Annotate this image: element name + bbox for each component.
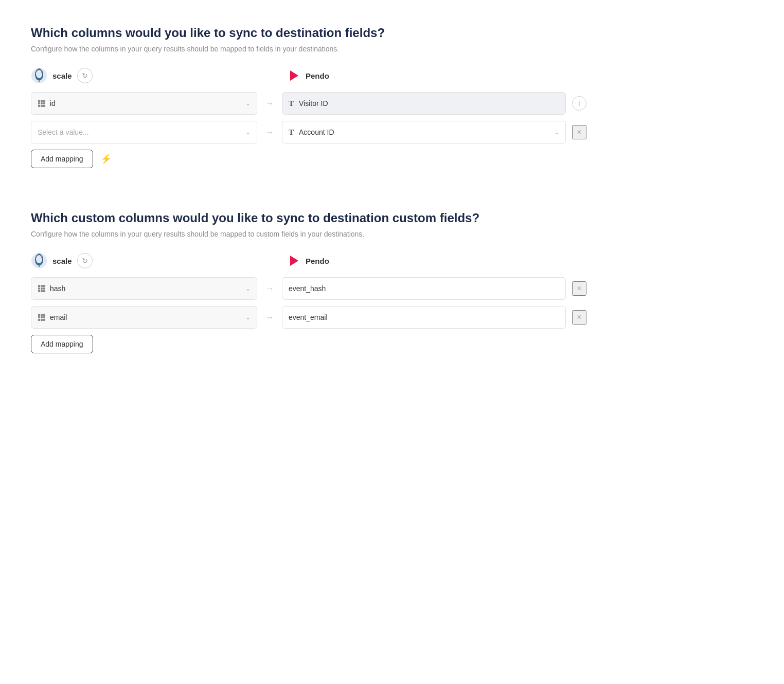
- svg-rect-20: [38, 287, 40, 290]
- section1-dest-label: Pendo: [306, 71, 329, 80]
- close-icon-email: ×: [577, 313, 581, 322]
- section2-refresh-button[interactable]: ↻: [77, 253, 93, 268]
- info-button-row1[interactable]: i: [572, 96, 586, 111]
- lightning-icon-section1: ⚡: [100, 153, 112, 165]
- refresh-icon: ↻: [82, 71, 88, 80]
- dest-visitor-id-text: Visitor ID: [299, 99, 559, 107]
- dest-chevron-account-id: ⌄: [554, 129, 559, 136]
- dest-select-account-id[interactable]: T Account ID ⌄: [282, 121, 566, 143]
- svg-rect-9: [43, 102, 45, 104]
- svg-rect-18: [41, 285, 43, 287]
- dest-event-email-text: event_email: [289, 313, 559, 321]
- svg-point-15: [41, 257, 43, 258]
- svg-rect-12: [43, 105, 45, 107]
- arrow-icon-email: →: [263, 312, 276, 323]
- section2-header: scale ↻ Pendo: [31, 253, 586, 269]
- section1-source-label: scale: [52, 71, 72, 80]
- mapping-row-email: email ⌄ → event_email ×: [31, 306, 586, 329]
- svg-rect-17: [38, 285, 40, 287]
- svg-rect-32: [38, 319, 40, 321]
- svg-rect-33: [41, 319, 43, 321]
- svg-rect-24: [41, 290, 43, 292]
- section-divider: [31, 189, 586, 189]
- svg-rect-19: [43, 285, 45, 287]
- dest-select-event-email[interactable]: event_email: [282, 306, 566, 329]
- section2-subtitle: Configure how the columns in your query …: [31, 230, 586, 238]
- svg-rect-5: [41, 100, 43, 102]
- section1-subtitle: Configure how the columns in your query …: [31, 45, 586, 53]
- svg-rect-4: [38, 100, 40, 102]
- postgres-icon: [31, 67, 47, 84]
- pendo-icon: [288, 69, 300, 82]
- source-email-text: email: [50, 313, 245, 321]
- refresh-icon-2: ↻: [82, 257, 88, 265]
- info-icon: i: [579, 100, 580, 107]
- mapping-row-2: Select a value... ⌄ → T Account ID ⌄ ×: [31, 121, 586, 143]
- svg-rect-34: [43, 319, 45, 321]
- svg-rect-22: [43, 287, 45, 290]
- svg-rect-31: [43, 316, 45, 318]
- source-select-id[interactable]: id ⌄: [31, 92, 257, 115]
- svg-marker-3: [290, 70, 298, 81]
- section2-dest-label: Pendo: [306, 257, 329, 265]
- source-select-placeholder[interactable]: Select a value... ⌄: [31, 121, 257, 143]
- type-icon-account-id: T: [289, 128, 294, 137]
- svg-rect-7: [38, 102, 40, 104]
- svg-rect-29: [38, 316, 40, 318]
- grid-icon-id: [38, 99, 46, 107]
- source-select-placeholder-text: Select a value...: [38, 128, 245, 136]
- svg-rect-26: [38, 314, 40, 316]
- arrow-icon-hash: →: [263, 283, 276, 294]
- section-custom-fields: Which custom columns would you like to s…: [31, 210, 586, 353]
- close-icon-hash: ×: [577, 284, 581, 293]
- source-select-id-text: id: [50, 99, 245, 107]
- arrow-icon-row1: →: [263, 98, 276, 109]
- section2-source-header: scale ↻: [31, 253, 257, 269]
- close-button-hash[interactable]: ×: [572, 281, 586, 296]
- section2-add-mapping-button[interactable]: Add mapping: [31, 335, 93, 353]
- section1-add-mapping-button[interactable]: Add mapping: [31, 150, 93, 168]
- source-chevron-email: ⌄: [245, 314, 251, 321]
- dest-account-id-text: Account ID: [299, 128, 554, 136]
- postgres-icon-2: [31, 253, 47, 269]
- source-chevron-id: ⌄: [245, 100, 251, 107]
- source-select-hash[interactable]: hash ⌄: [31, 277, 257, 300]
- svg-point-2: [41, 71, 43, 73]
- svg-rect-6: [43, 100, 45, 102]
- dest-select-event-hash[interactable]: event_hash: [282, 277, 566, 300]
- section1-dest-header: Pendo: [288, 69, 586, 82]
- source-select-email[interactable]: email ⌄: [31, 306, 257, 329]
- grid-icon-hash: [38, 284, 46, 293]
- source-chevron-placeholder: ⌄: [245, 129, 251, 136]
- section1-header: scale ↻ Pendo: [31, 67, 586, 84]
- svg-rect-23: [38, 290, 40, 292]
- section1-refresh-button[interactable]: ↻: [77, 68, 93, 83]
- close-button-row2[interactable]: ×: [572, 125, 586, 139]
- svg-rect-21: [41, 287, 43, 290]
- dest-select-visitor-id: T Visitor ID: [282, 92, 566, 115]
- section1-title: Which columns would you like to sync to …: [31, 25, 586, 41]
- svg-rect-27: [41, 314, 43, 316]
- type-icon-visitor-id: T: [289, 99, 294, 108]
- section2-add-mapping-row: Add mapping: [31, 335, 586, 353]
- mapping-row-1: id ⌄ → T Visitor ID i: [31, 92, 586, 115]
- section-standard-fields: Which columns would you like to sync to …: [31, 25, 586, 168]
- svg-rect-28: [43, 314, 45, 316]
- pendo-icon-2: [288, 255, 300, 267]
- section2-dest-header: Pendo: [288, 255, 586, 267]
- svg-rect-25: [43, 290, 45, 292]
- svg-rect-10: [38, 105, 40, 107]
- section2-title: Which custom columns would you like to s…: [31, 210, 586, 226]
- section1-source-header: scale ↻: [31, 67, 257, 84]
- grid-icon-email: [38, 313, 46, 321]
- arrow-icon-row2: →: [263, 127, 276, 138]
- svg-rect-11: [41, 105, 43, 107]
- close-button-email[interactable]: ×: [572, 310, 586, 325]
- dest-event-hash-text: event_hash: [289, 284, 559, 293]
- source-chevron-hash: ⌄: [245, 285, 251, 292]
- source-hash-text: hash: [50, 284, 245, 293]
- mapping-row-hash: hash ⌄ → event_hash ×: [31, 277, 586, 300]
- section1-add-mapping-row: Add mapping ⚡: [31, 150, 586, 168]
- section2-source-label: scale: [52, 257, 72, 265]
- close-icon-row2: ×: [577, 128, 581, 137]
